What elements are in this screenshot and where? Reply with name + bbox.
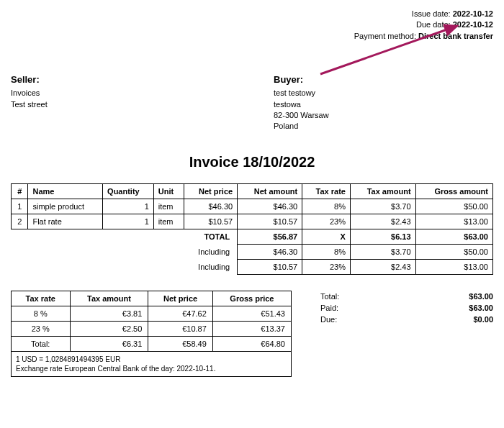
invoice-title: Invoice 18/10/2022 bbox=[11, 154, 493, 170]
tax-net: €47.62 bbox=[148, 306, 212, 321]
tax-gross: €64.80 bbox=[212, 336, 291, 351]
item-gross-amount: $13.00 bbox=[415, 214, 492, 229]
col-gross-amount: Gross amount bbox=[415, 183, 492, 199]
tax-row: 23 % €2.50 €10.87 €13.37 bbox=[12, 321, 292, 336]
tax-rate: Total: bbox=[12, 336, 71, 351]
issue-date-value: 2022-10-12 bbox=[453, 9, 493, 18]
item-qty: 1 bbox=[103, 199, 154, 214]
item-net-amount: $10.57 bbox=[238, 214, 302, 229]
total-row: TOTAL $56.87 X $6.13 $63.00 bbox=[12, 229, 493, 244]
total-label: Total: bbox=[320, 292, 339, 301]
total-label: TOTAL bbox=[184, 229, 237, 244]
buyer-heading: Buyer: bbox=[274, 74, 493, 85]
item-net-amount: $46.30 bbox=[238, 199, 302, 214]
buyer-name: test testowy bbox=[274, 88, 493, 99]
total-gross-amount: $63.00 bbox=[415, 229, 492, 244]
tax-col-net: Net price bbox=[148, 291, 212, 306]
tax-rate: 8 % bbox=[12, 306, 71, 321]
col-unit: Unit bbox=[153, 183, 184, 199]
including-tax-rate: 8% bbox=[302, 244, 351, 259]
due-date-label: Due date: bbox=[416, 20, 451, 29]
item-name: Flat rate bbox=[28, 214, 103, 229]
item-num: 1 bbox=[12, 199, 28, 214]
including-label: Including bbox=[184, 259, 237, 274]
including-row: Including $46.30 8% $3.70 $50.00 bbox=[12, 244, 493, 259]
item-name: simple product bbox=[28, 199, 103, 214]
including-tax-rate: 23% bbox=[302, 259, 351, 274]
item-num: 2 bbox=[12, 214, 28, 229]
including-net-amount: $46.30 bbox=[238, 244, 302, 259]
paid-value: $63.00 bbox=[469, 304, 493, 312]
item-unit: item bbox=[153, 199, 184, 214]
seller-block: Seller: Invoices Test street bbox=[11, 74, 230, 132]
item-tax-amount: $3.70 bbox=[350, 199, 415, 214]
item-net-price: $10.57 bbox=[184, 214, 237, 229]
item-row: 2 Flat rate 1 item $10.57 $10.57 23% $2.… bbox=[12, 214, 493, 229]
items-table: # Name Quantity Unit Net price Net amoun… bbox=[11, 183, 493, 275]
exchange-line1: 1 USD = 1,0284891494395 EUR bbox=[16, 355, 287, 364]
col-tax-amount: Tax amount bbox=[350, 183, 415, 199]
tax-summary-block: Tax rate Tax amount Net price Gross pric… bbox=[11, 291, 292, 377]
total-net-amount: $56.87 bbox=[238, 229, 302, 244]
due-row: Due: $0.00 bbox=[320, 314, 493, 325]
total-tax-rate: X bbox=[302, 229, 351, 244]
col-num: # bbox=[12, 183, 28, 199]
seller-heading: Seller: bbox=[11, 74, 230, 85]
issue-date-label: Issue date: bbox=[412, 9, 451, 18]
col-qty: Quantity bbox=[103, 183, 154, 199]
tax-header-row: Tax rate Tax amount Net price Gross pric… bbox=[12, 291, 292, 306]
item-qty: 1 bbox=[103, 214, 154, 229]
including-gross-amount: $50.00 bbox=[415, 244, 492, 259]
total-row: Total: $63.00 bbox=[320, 291, 493, 302]
due-date-value: 2022-10-12 bbox=[453, 20, 493, 29]
tax-net: €10.87 bbox=[148, 321, 212, 336]
item-net-price: $46.30 bbox=[184, 199, 237, 214]
buyer-city: 82-300 Warsaw bbox=[274, 110, 493, 121]
buyer-street: testowa bbox=[274, 99, 493, 110]
payment-method-value: Direct bank transfer bbox=[418, 32, 493, 40]
including-label: Including bbox=[184, 244, 237, 259]
item-unit: item bbox=[153, 214, 184, 229]
item-row: 1 simple product 1 item $46.30 $46.30 8%… bbox=[12, 199, 493, 214]
buyer-country: Poland bbox=[274, 121, 493, 132]
including-row: Including $10.57 23% $2.43 $13.00 bbox=[12, 259, 493, 274]
tax-table: Tax rate Tax amount Net price Gross pric… bbox=[11, 291, 292, 352]
item-tax-rate: 23% bbox=[302, 214, 351, 229]
including-tax-amount: $2.43 bbox=[350, 259, 415, 274]
tax-col-amount: Tax amount bbox=[70, 291, 148, 306]
buyer-block: Buyer: test testowy testowa 82-300 Warsa… bbox=[274, 74, 493, 132]
seller-name: Invoices bbox=[11, 88, 230, 99]
col-name: Name bbox=[28, 183, 103, 199]
item-tax-amount: $2.43 bbox=[350, 214, 415, 229]
tax-col-rate: Tax rate bbox=[12, 291, 71, 306]
tax-row: 8 % €3.81 €47.62 €51.43 bbox=[12, 306, 292, 321]
paid-row: Paid: $63.00 bbox=[320, 302, 493, 314]
total-value: $63.00 bbox=[469, 292, 493, 301]
totals-block: Total: $63.00 Paid: $63.00 Due: $0.00 bbox=[320, 291, 493, 325]
col-net-amount: Net amount bbox=[238, 183, 302, 199]
including-gross-amount: $13.00 bbox=[415, 259, 492, 274]
including-tax-amount: $3.70 bbox=[350, 244, 415, 259]
payment-method-label: Payment method: bbox=[354, 32, 416, 40]
invoice-meta: Issue date: 2022-10-12 Due date: 2022-10… bbox=[11, 9, 493, 42]
tax-amount: €2.50 bbox=[70, 321, 148, 336]
item-gross-amount: $50.00 bbox=[415, 199, 492, 214]
tax-rate: 23 % bbox=[12, 321, 71, 336]
due-value: $0.00 bbox=[473, 315, 493, 324]
tax-amount: €6.31 bbox=[70, 336, 148, 351]
due-label: Due: bbox=[320, 315, 337, 324]
tax-col-gross: Gross price bbox=[212, 291, 291, 306]
seller-address: Test street bbox=[11, 99, 230, 110]
total-tax-amount: $6.13 bbox=[350, 229, 415, 244]
tax-gross: €51.43 bbox=[212, 306, 291, 321]
items-header-row: # Name Quantity Unit Net price Net amoun… bbox=[12, 183, 493, 199]
item-tax-rate: 8% bbox=[302, 199, 351, 214]
including-net-amount: $10.57 bbox=[238, 259, 302, 274]
exchange-note: 1 USD = 1,0284891494395 EUR Exchange rat… bbox=[11, 352, 292, 377]
col-net-price: Net price bbox=[184, 183, 237, 199]
paid-label: Paid: bbox=[320, 304, 338, 312]
tax-amount: €3.81 bbox=[70, 306, 148, 321]
parties-section: Seller: Invoices Test street Buyer: test… bbox=[11, 74, 493, 132]
tax-total-row: Total: €6.31 €58.49 €64.80 bbox=[12, 336, 292, 351]
tax-net: €58.49 bbox=[148, 336, 212, 351]
